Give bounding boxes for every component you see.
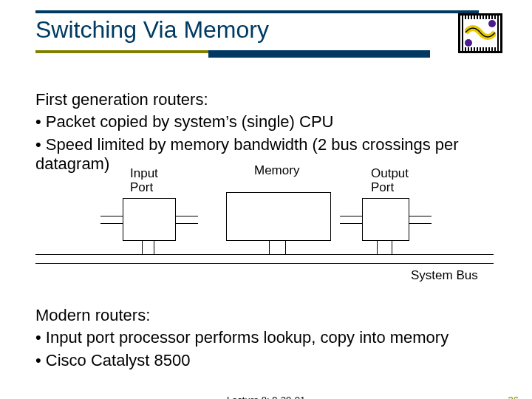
bullet-item: • Input port processor performs lookup, …: [35, 328, 494, 347]
memory-label: Memory: [254, 164, 299, 178]
wire: [100, 216, 123, 216]
wire: [176, 216, 198, 216]
footer-lecture: Lecture 8: 9-20-01: [0, 395, 532, 399]
router-icon: [465, 19, 496, 47]
wire: [176, 223, 198, 224]
first-gen-heading: First generation routers:: [35, 90, 494, 109]
bullet-text: Cisco Catalyst 8500: [46, 351, 191, 369]
wire: [154, 241, 154, 254]
wire: [377, 241, 378, 254]
wire: [409, 223, 432, 224]
svg-point-1: [488, 20, 496, 27]
wire: [142, 241, 143, 254]
wire: [340, 216, 362, 216]
memory-box: [226, 192, 331, 241]
output-port-label: Output Port: [371, 167, 409, 194]
title-rule-top: [35, 10, 479, 13]
bus-diagram: Input Port Memory Output Port System Bus: [35, 170, 494, 296]
title-rule-navy: [208, 50, 430, 58]
system-bus-label: System Bus: [411, 269, 478, 283]
wire: [392, 241, 392, 254]
first-gen-block: First generation routers: • Packet copie…: [35, 90, 494, 174]
slide-title: Switching Via Memory: [35, 16, 269, 44]
wire: [269, 241, 270, 254]
svg-point-0: [465, 39, 472, 47]
bullet-text: Packet copied by system’s (single) CPU: [46, 112, 334, 131]
bullet-item: • Cisco Catalyst 8500: [35, 351, 494, 370]
wire: [285, 241, 286, 254]
page-number: 36: [508, 395, 519, 399]
system-bus-line: [35, 254, 494, 255]
modern-heading: Modern routers:: [35, 306, 494, 325]
output-port-box: [362, 198, 409, 241]
input-port-box: [123, 198, 176, 241]
system-bus-line: [35, 263, 494, 264]
title-rule-olive: [35, 50, 208, 53]
wire: [409, 216, 432, 216]
corner-logo: [458, 13, 502, 53]
wire: [340, 223, 362, 224]
bullet-item: • Packet copied by system’s (single) CPU: [35, 112, 494, 132]
modern-routers-block: Modern routers: • Input port processor p…: [35, 306, 494, 370]
wire: [100, 223, 123, 224]
slide: Switching Via Memory First generation ro…: [0, 0, 532, 399]
bullet-text: Input port processor performs lookup, co…: [46, 328, 449, 347]
input-port-label: Input Port: [130, 167, 158, 194]
